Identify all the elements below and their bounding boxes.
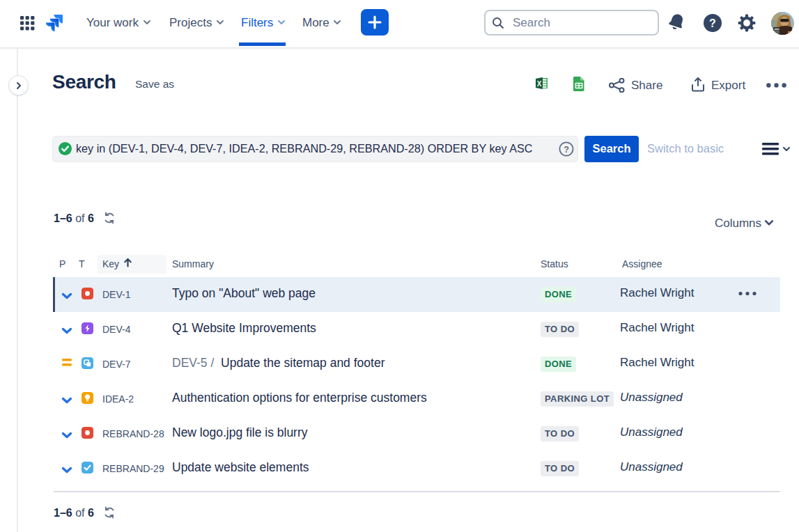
svg-text:X: X	[537, 80, 542, 88]
svg-text:?: ?	[709, 17, 716, 29]
svg-text:?: ?	[564, 145, 569, 155]
